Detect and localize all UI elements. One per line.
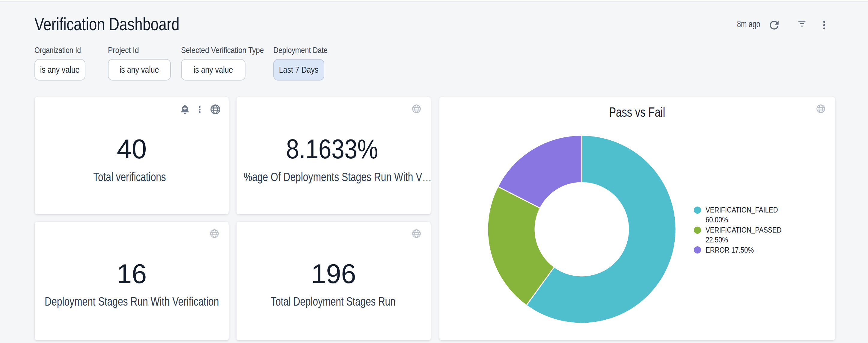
refresh-button[interactable] (768, 19, 781, 32)
filter-icon (798, 21, 806, 27)
filter-value-button[interactable]: is any value (34, 59, 86, 80)
filter-value-button[interactable]: is any value (108, 59, 171, 80)
legend-dot (694, 207, 701, 214)
filter-value-text: Last 7 Days (279, 65, 319, 75)
tile-total-deployment-stages: 196 Total Deployment Stages Run (237, 222, 431, 340)
tile-deployment-stages-with-verification: 16 Deployment Stages Run With Verificati… (35, 222, 229, 340)
tile-actions-menu-icon[interactable] (195, 105, 204, 114)
stat-label-text: Total Deployment Stages Run (271, 294, 396, 309)
filter-value-text: is any value (194, 65, 233, 75)
filter-value-text: is any value (40, 65, 80, 75)
chart-legend: VERIFICATION_FAILED 60.00%VERIFICATION_P… (694, 205, 793, 255)
filter-value-text: is any value (120, 65, 159, 75)
kebab-menu-icon (823, 21, 826, 30)
stat-value: 8.1633% (248, 136, 416, 163)
tile-pass-vs-fail-chart: Pass vs Fail VERIFICATION_FAILED 60.00%V… (439, 97, 835, 340)
dashboard-filters-toggle[interactable] (798, 21, 806, 27)
legend-item[interactable]: VERIFICATION_PASSED 22.50% (694, 225, 793, 245)
legend-label: VERIFICATION_FAILED 60.00% (706, 205, 780, 225)
alert-bell-icon[interactable] (180, 104, 190, 114)
stat-value: 196 (237, 261, 431, 287)
legend-label: VERIFICATION_PASSED 22.50% (706, 225, 781, 245)
filter-label: Project Id (108, 45, 139, 55)
stat-value: 40 (35, 136, 229, 163)
filter-organization-id: Organization Id is any value (34, 45, 91, 55)
stat-value: 16 (35, 261, 229, 287)
legend-dot (694, 246, 701, 253)
filter-label: Selected Verification Type (181, 45, 264, 55)
globe-icon[interactable] (412, 229, 421, 238)
tile-total-verifications: 40 Total verifications (35, 97, 229, 214)
dashboard-actions-menu[interactable] (823, 21, 826, 30)
filter-label: Organization Id (34, 45, 81, 55)
globe-icon[interactable] (210, 229, 219, 238)
filter-value-button[interactable]: Last 7 Days (273, 59, 324, 80)
refresh-icon (768, 19, 781, 32)
legend-item[interactable]: VERIFICATION_FAILED 60.00% (694, 205, 793, 225)
top-border-line (0, 1, 868, 2)
filter-label: Deployment Date (273, 45, 328, 55)
page-title: Verification Dashboard (34, 15, 180, 33)
filter-value-button[interactable]: is any value (181, 59, 246, 80)
filter-project-id: Project Id is any value (108, 45, 143, 55)
legend-item[interactable]: ERROR 17.50% (694, 245, 793, 255)
filter-deployment-date: Deployment Date Last 7 Days (273, 45, 338, 55)
legend-label: ERROR 17.50% (706, 245, 754, 255)
globe-icon[interactable] (412, 104, 421, 113)
globe-icon[interactable] (210, 104, 220, 114)
filter-selected-verification-type: Selected Verification Type is any value (181, 45, 278, 55)
legend-dot (694, 227, 701, 234)
last-refresh-time: 8m ago (737, 20, 758, 29)
stat-label-text: %age Of Deployments Stages Run With V… (244, 170, 432, 184)
tile-pct-deployments-with-verification: 8.1633% %age Of Deployments Stages Run W… (237, 97, 431, 214)
